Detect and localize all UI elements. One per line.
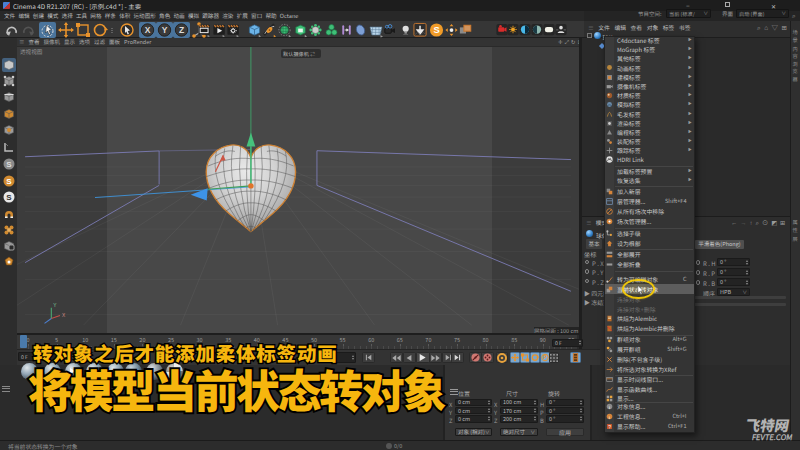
svg-text:Z: Z <box>179 25 184 35</box>
svg-text:S: S <box>433 25 439 35</box>
svg-text:X: X <box>145 25 151 35</box>
svg-text:Y: Y <box>53 302 57 307</box>
svg-text:P: P <box>543 355 546 360</box>
svg-text:S: S <box>6 193 12 202</box>
svg-text:Y: Y <box>162 25 168 35</box>
svg-text:S: S <box>6 177 12 186</box>
svg-text:S: S <box>6 160 12 169</box>
